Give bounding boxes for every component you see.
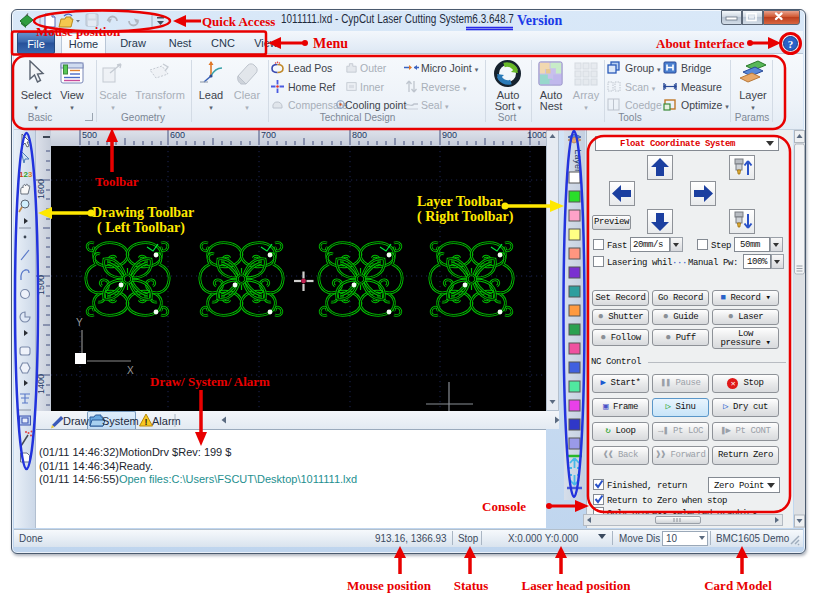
svg-text:Card Model: Card Model (704, 578, 772, 593)
svg-text:Version: Version (517, 13, 563, 28)
svg-text:About Interface: About Interface (656, 36, 745, 51)
svg-text:( Left Toolbar): ( Left Toolbar) (97, 220, 185, 236)
svg-text:Status: Status (454, 578, 489, 593)
svg-text:Layer Toolbar: Layer Toolbar (417, 194, 503, 209)
svg-text:( Right Toolbar): ( Right Toolbar) (417, 209, 514, 225)
svg-text:Drawing Toolbar: Drawing Toolbar (92, 205, 194, 220)
svg-text:Console: Console (482, 499, 526, 514)
svg-text:Quick Access: Quick Access (202, 14, 275, 29)
svg-text:Laser head position: Laser head position (522, 578, 632, 593)
svg-text:Menu: Menu (313, 36, 348, 51)
svg-text:Toolbar: Toolbar (95, 174, 139, 189)
svg-text:Mouse position: Mouse position (347, 578, 432, 593)
svg-text:Draw/ System/ Alarm: Draw/ System/ Alarm (150, 374, 270, 389)
